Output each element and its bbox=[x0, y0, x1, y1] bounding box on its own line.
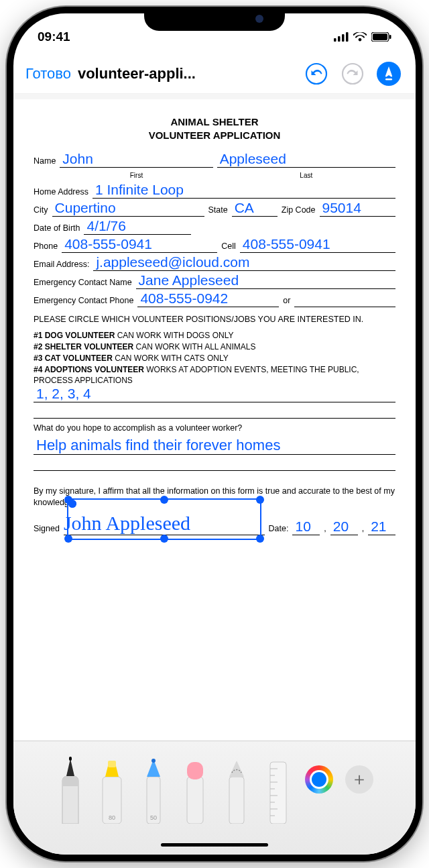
redo-button[interactable] bbox=[338, 59, 367, 89]
phone-row: Phone 408-555-0941 Cell 408-555-0941 bbox=[34, 236, 395, 253]
highlighter-size: 80 bbox=[109, 814, 115, 821]
document-area[interactable]: ANIMAL SHELTER VOLUNTEER APPLICATION Nam… bbox=[13, 94, 416, 741]
ec-name-row: Emergency Contact Name Jane Appleseed bbox=[34, 272, 395, 289]
city-label: City bbox=[34, 205, 48, 217]
phone-label: Phone bbox=[34, 241, 58, 253]
add-button[interactable]: ＋ bbox=[345, 765, 373, 794]
svg-rect-19 bbox=[270, 762, 286, 824]
nav-bar: Готово volunteer-appli... bbox=[13, 54, 416, 94]
city-value: Cupertino bbox=[52, 200, 119, 215]
option-4: #4 ADOPTIONS VOLUNTEER WORKS AT ADOPTION… bbox=[34, 364, 395, 387]
last-name-value: Appleseed bbox=[217, 151, 289, 166]
markup-toolbar: 80 50 bbox=[13, 741, 416, 855]
status-time: 09:41 bbox=[38, 30, 70, 44]
cell-value: 408-555-0941 bbox=[240, 236, 333, 252]
svg-rect-18 bbox=[229, 777, 244, 824]
pencil-tool[interactable]: 50 bbox=[139, 750, 168, 824]
plus-icon: ＋ bbox=[351, 767, 368, 791]
svg-rect-10 bbox=[385, 78, 392, 80]
notch bbox=[144, 7, 285, 31]
cellular-icon bbox=[334, 32, 349, 42]
accomplish-question: What do you hope to accomplish as a volu… bbox=[34, 423, 395, 433]
document-title: volunteer-appli... bbox=[78, 65, 295, 83]
screen: 09:41 Готово volunteer-appli... bbox=[13, 13, 416, 855]
battery-icon bbox=[371, 32, 391, 42]
option-2: #2 SHELTER VOLUNTEER CAN WORK WITH ALL A… bbox=[34, 341, 395, 353]
undo-button[interactable] bbox=[302, 59, 331, 89]
zip-value: 95014 bbox=[320, 200, 364, 215]
dob-label: Date of Birth bbox=[34, 223, 80, 235]
state-value: CA bbox=[232, 200, 257, 215]
positions-instruction: PLEASE CIRCLE WHICH VOLUNTEER POSITIONS/… bbox=[34, 314, 395, 325]
eraser-tool[interactable] bbox=[180, 750, 210, 824]
first-name-value: John bbox=[60, 151, 96, 166]
ec-phone-value: 408-555-0942 bbox=[137, 290, 231, 306]
pen-tool[interactable] bbox=[56, 750, 85, 824]
signature-row: Signed John Appleseed Date: 10 , 20 , 21 bbox=[34, 512, 395, 535]
zip-label: Zip Code bbox=[282, 205, 316, 217]
highlighter-tool[interactable]: 80 bbox=[97, 750, 127, 824]
document-page[interactable]: ANIMAL SHELTER VOLUNTEER APPLICATION Nam… bbox=[13, 99, 416, 741]
option-3: #3 CAT VOLUNTEER CAN WORK WITH CATS ONLY bbox=[34, 353, 395, 364]
accomplish-value: Help animals find their forever homes bbox=[34, 437, 283, 454]
email-row: Email Address: j.appleseed@icloud.com bbox=[34, 254, 395, 271]
svg-rect-11 bbox=[69, 757, 72, 761]
first-sublabel: First bbox=[60, 171, 212, 179]
date-day: 20 bbox=[330, 519, 351, 534]
ec-phone-label: Emergency Contact Phone bbox=[34, 296, 133, 307]
svg-point-7 bbox=[306, 64, 326, 84]
wifi-icon bbox=[353, 32, 367, 42]
signature-value[interactable]: John Appleseed bbox=[64, 512, 190, 534]
svg-point-15 bbox=[151, 759, 156, 763]
done-button[interactable]: Готово bbox=[25, 65, 71, 83]
current-color-dot bbox=[312, 772, 326, 787]
ruler-tool[interactable] bbox=[263, 750, 293, 824]
form-heading: ANIMAL SHELTER VOLUNTEER APPLICATION bbox=[34, 115, 395, 142]
dob-value: 4/1/76 bbox=[84, 218, 128, 233]
date-year: 21 bbox=[368, 519, 389, 534]
option-1: #1 DOG VOLUNTEER CAN WORK WITH DOGS ONLY bbox=[34, 330, 395, 341]
svg-rect-16 bbox=[187, 777, 203, 824]
signature-affirmation: By my signature, I affirm that all the i… bbox=[34, 486, 395, 508]
svg-rect-13 bbox=[108, 761, 116, 767]
svg-rect-3 bbox=[346, 32, 349, 42]
blank-line-1 bbox=[34, 402, 395, 419]
ec-name-label: Emergency Contact Name bbox=[34, 278, 132, 289]
positions-value: 1, 2, 3, 4 bbox=[34, 386, 94, 402]
device-frame: 09:41 Готово volunteer-appli... bbox=[7, 7, 422, 861]
city-row: City Cupertino State CA Zip Code 95014 bbox=[34, 200, 395, 217]
accomplish-line: Help animals find their forever homes bbox=[34, 439, 395, 455]
home-indicator[interactable] bbox=[161, 843, 268, 847]
address-row: Home Address 1 Infinite Loop bbox=[34, 182, 395, 199]
status-icons bbox=[334, 32, 391, 42]
last-sublabel: Last bbox=[217, 171, 395, 179]
state-label: State bbox=[208, 205, 228, 217]
date-month: 10 bbox=[292, 519, 313, 534]
svg-point-8 bbox=[343, 64, 363, 84]
svg-rect-5 bbox=[373, 34, 387, 40]
svg-rect-0 bbox=[334, 38, 336, 42]
heading-line-1: ANIMAL SHELTER bbox=[34, 115, 395, 129]
svg-rect-1 bbox=[338, 36, 341, 42]
markup-toggle-button[interactable] bbox=[374, 59, 404, 89]
color-picker-button[interactable] bbox=[305, 765, 333, 794]
heading-line-2: VOLUNTEER APPLICATION bbox=[34, 129, 395, 142]
address-value: 1 Infinite Loop bbox=[93, 182, 186, 197]
signed-label: Signed bbox=[34, 524, 60, 535]
svg-rect-6 bbox=[389, 35, 391, 39]
date-label: Date: bbox=[269, 524, 289, 535]
svg-rect-2 bbox=[342, 34, 345, 42]
cell-label: Cell bbox=[221, 241, 236, 253]
name-label: Name bbox=[34, 156, 56, 168]
positions-answer-line: 1, 2, 3, 4 bbox=[34, 386, 395, 402]
svg-rect-17 bbox=[187, 762, 203, 779]
ec-phone-row: Emergency Contact Phone 408-555-0942 or bbox=[34, 290, 395, 307]
lasso-tool[interactable] bbox=[222, 750, 251, 824]
email-label: Email Address: bbox=[34, 260, 89, 271]
phone-value: 408-555-0941 bbox=[62, 236, 155, 252]
or-label: or bbox=[283, 296, 290, 307]
blank-line-2 bbox=[34, 455, 395, 471]
ec-name-value: Jane Appleseed bbox=[136, 272, 241, 288]
pencil-size: 50 bbox=[150, 814, 157, 821]
name-row: Name John Appleseed bbox=[34, 151, 395, 168]
